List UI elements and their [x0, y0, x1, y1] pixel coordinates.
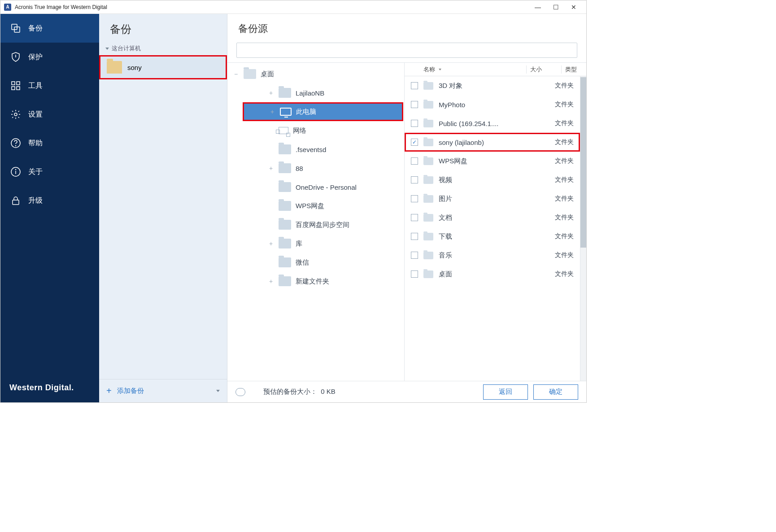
- ok-button[interactable]: 确定: [533, 384, 578, 400]
- add-backup-button[interactable]: + 添加备份: [99, 379, 227, 402]
- close-button[interactable]: ✕: [565, 1, 583, 13]
- back-button[interactable]: 返回: [483, 384, 528, 400]
- tools-icon: [10, 80, 21, 91]
- file-row[interactable]: MyPhoto文件夹: [405, 95, 580, 114]
- comment-icon[interactable]: [235, 388, 245, 396]
- nav-help[interactable]: 帮助: [0, 129, 99, 157]
- file-row[interactable]: 3D 对象文件夹: [405, 76, 580, 95]
- midcol-title: 备份: [99, 14, 227, 42]
- expand-icon[interactable]: +: [268, 165, 274, 172]
- folder-icon: [279, 144, 291, 154]
- nav-lock[interactable]: 升级: [0, 186, 99, 215]
- scrollbar-thumb[interactable]: [580, 77, 586, 248]
- checkbox[interactable]: [411, 176, 418, 183]
- folder-icon: [423, 120, 433, 127]
- checkbox[interactable]: [411, 233, 418, 240]
- app-icon: A: [4, 4, 11, 11]
- folder-icon: [279, 163, 291, 173]
- file-type: 文件夹: [555, 82, 580, 90]
- svg-rect-2: [12, 82, 15, 85]
- tree-node[interactable]: WPS网盘: [227, 196, 404, 215]
- tree-label: OneDrive - Personal: [296, 183, 357, 191]
- tree-node[interactable]: +此电脑: [243, 102, 403, 121]
- svg-point-6: [14, 113, 17, 116]
- backup-item[interactable]: sony: [99, 55, 227, 79]
- file-type: 文件夹: [555, 100, 580, 109]
- checkbox[interactable]: [411, 252, 418, 259]
- checkbox[interactable]: [411, 270, 418, 278]
- checkbox[interactable]: [411, 139, 418, 146]
- monitor-icon: [280, 108, 292, 116]
- nav-label: 设置: [28, 110, 43, 119]
- file-type: 文件夹: [555, 157, 580, 165]
- file-type: 文件夹: [555, 251, 580, 259]
- file-row[interactable]: 下载文件夹: [405, 227, 580, 246]
- network-icon: [279, 127, 288, 134]
- nav-shield[interactable]: 保护: [0, 43, 99, 71]
- nav-tools[interactable]: 工具: [0, 71, 99, 100]
- main-title: 备份源: [227, 14, 586, 41]
- folder-icon: [279, 257, 291, 267]
- file-row[interactable]: 桌面文件夹: [405, 265, 580, 283]
- tree-node[interactable]: +新建文件夹: [227, 272, 404, 291]
- maximize-button[interactable]: ☐: [547, 1, 565, 13]
- info-icon: [10, 166, 21, 177]
- col-name[interactable]: 名称: [423, 65, 526, 74]
- folder-icon: [244, 69, 256, 79]
- file-row[interactable]: 视频文件夹: [405, 170, 580, 189]
- tree-node[interactable]: 百度网盘同步空间: [227, 215, 404, 234]
- file-row[interactable]: WPS网盘文件夹: [405, 152, 580, 170]
- nav-backup[interactable]: 备份: [0, 14, 99, 43]
- expand-icon[interactable]: +: [268, 278, 274, 285]
- nav-label: 关于: [28, 167, 43, 177]
- group-header[interactable]: 这台计算机: [99, 42, 227, 55]
- checkbox[interactable]: [411, 101, 418, 108]
- file-name: 文档: [439, 214, 555, 222]
- search-input[interactable]: [236, 43, 577, 58]
- tree-node[interactable]: −桌面: [227, 65, 404, 83]
- expand-icon[interactable]: +: [268, 89, 274, 96]
- tree-node[interactable]: 微信: [227, 253, 404, 272]
- file-row[interactable]: 文档文件夹: [405, 208, 580, 227]
- shield-icon: [10, 52, 21, 62]
- collapse-icon[interactable]: −: [233, 70, 239, 78]
- checkbox[interactable]: [411, 120, 418, 127]
- file-row[interactable]: 音乐文件夹: [405, 246, 580, 265]
- file-name: 3D 对象: [439, 82, 555, 90]
- file-name: Public (169.254.1....: [439, 120, 555, 127]
- checkbox[interactable]: [411, 82, 418, 89]
- folder-tree[interactable]: −桌面+LajilaoNB+此电脑网络.fseventsd+88OneDrive…: [227, 63, 404, 381]
- tree-label: 此电脑: [296, 108, 316, 116]
- tree-node[interactable]: +LajilaoNB: [227, 83, 404, 102]
- col-size[interactable]: 大小: [526, 65, 561, 74]
- tree-node[interactable]: +88: [227, 159, 404, 178]
- nav-info[interactable]: 关于: [0, 157, 99, 186]
- gear-icon: [10, 109, 21, 120]
- file-name: MyPhoto: [439, 101, 555, 109]
- file-row[interactable]: 图片文件夹: [405, 189, 580, 208]
- nav-gear[interactable]: 设置: [0, 100, 99, 129]
- window-title: Acronis True Image for Western Digital: [15, 4, 529, 10]
- expand-icon[interactable]: +: [268, 240, 274, 247]
- nav-label: 工具: [28, 81, 43, 91]
- chevron-down-icon[interactable]: [216, 390, 220, 392]
- lock-icon: [10, 195, 21, 206]
- checkbox[interactable]: [411, 157, 418, 165]
- folder-icon: [279, 276, 291, 286]
- scrollbar[interactable]: [580, 76, 586, 381]
- folder-icon: [423, 82, 433, 90]
- file-row[interactable]: sony (lajilaonb)文件夹: [405, 133, 580, 152]
- col-type[interactable]: 类型: [561, 65, 586, 74]
- tree-node[interactable]: OneDrive - Personal: [227, 178, 404, 196]
- file-row[interactable]: Public (169.254.1....文件夹: [405, 114, 580, 133]
- nav-label: 帮助: [28, 139, 43, 148]
- tree-node[interactable]: .fseventsd: [227, 140, 404, 159]
- tree-label: 库: [296, 240, 302, 248]
- expand-icon[interactable]: +: [269, 108, 275, 115]
- checkbox[interactable]: [411, 214, 418, 221]
- minimize-button[interactable]: —: [529, 1, 547, 13]
- tree-node[interactable]: +库: [227, 234, 404, 253]
- folder-icon: [423, 176, 433, 184]
- checkbox[interactable]: [411, 195, 418, 202]
- tree-node[interactable]: 网络: [227, 121, 404, 140]
